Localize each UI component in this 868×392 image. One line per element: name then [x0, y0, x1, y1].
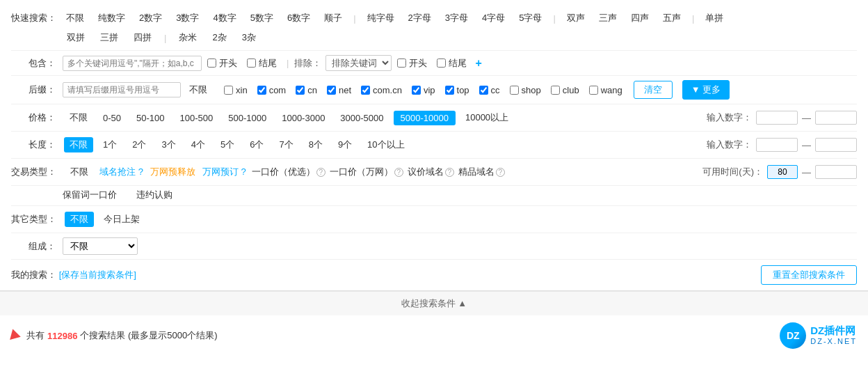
trans-fixed-youxuan[interactable]: 一口价（优选） ? [252, 166, 326, 178]
qs-si-sheng[interactable]: 四声 [625, 10, 654, 26]
length-2[interactable]: 2个 [127, 137, 152, 152]
suffix-cc-cb[interactable] [479, 86, 488, 95]
length-4[interactable]: 4个 [186, 137, 211, 152]
contains-end-checkbox[interactable] [247, 58, 256, 68]
length-9[interactable]: 9个 [332, 137, 357, 152]
price-min-input[interactable] [756, 111, 798, 125]
suffix-com-cn-cb[interactable] [361, 86, 370, 95]
suffix-net-cb[interactable] [327, 86, 336, 95]
qs-shuang-sheng[interactable]: 双声 [561, 10, 590, 26]
suffix-cn[interactable]: cn [296, 85, 317, 95]
contains-input[interactable] [63, 56, 202, 71]
suffix-top[interactable]: top [445, 85, 469, 95]
qs-5letter[interactable]: 5字母 [513, 10, 547, 26]
price-3000-5000[interactable]: 3000-5000 [335, 111, 389, 125]
price-1000-3000[interactable]: 1000-3000 [276, 111, 330, 125]
suffix-xin[interactable]: xin [224, 85, 248, 95]
collapse-button[interactable]: 收起搜索条件 ▲ [401, 297, 467, 310]
suffix-xin-cb[interactable] [224, 86, 233, 95]
trans-domain-grab[interactable]: 域名抢注 ? [99, 166, 143, 178]
suffix-com-cn[interactable]: com.cn [361, 85, 402, 95]
suffix-more-button[interactable]: ▼ 更多 [682, 80, 730, 100]
time-max-input[interactable] [815, 165, 857, 179]
suffix-cn-cb[interactable] [296, 86, 305, 95]
qs-san-sheng[interactable]: 三声 [593, 10, 622, 26]
qs-shuang-pin[interactable]: 双拼 [61, 30, 90, 45]
qs-4letter[interactable]: 4字母 [476, 10, 511, 26]
price-10000plus[interactable]: 10000以上 [460, 110, 514, 125]
other-today[interactable]: 今日上架 [98, 212, 145, 227]
suffix-top-cb[interactable] [445, 86, 454, 95]
qs-2letter[interactable]: 2字母 [403, 10, 437, 26]
length-8[interactable]: 8个 [303, 137, 328, 152]
negotiable-help-icon[interactable]: ? [445, 168, 454, 177]
qs-san-pin[interactable]: 三拼 [95, 30, 124, 45]
qs-za-mi[interactable]: 杂米 [173, 30, 202, 45]
length-min-input[interactable] [756, 138, 798, 152]
add-exclude-button[interactable]: + [475, 57, 481, 70]
exclude-start-check[interactable]: 开头 [397, 57, 427, 70]
other-unlimited[interactable]: 不限 [65, 212, 94, 227]
suffix-vip[interactable]: vip [412, 85, 435, 95]
trans-wanwang-release[interactable]: 万网预释放 [150, 166, 195, 178]
domain-grab-help-icon[interactable]: ? [138, 166, 143, 177]
trans-reserved-fixed[interactable]: 保留词一口价 [63, 189, 117, 201]
exclude-start-checkbox[interactable] [397, 58, 406, 68]
suffix-cc[interactable]: cc [479, 85, 500, 95]
exclude-select[interactable]: 排除关键词 [326, 55, 392, 71]
length-unlimited[interactable]: 不限 [64, 137, 93, 152]
trans-negotiable[interactable]: 议价域名 ? [408, 166, 454, 178]
length-1[interactable]: 1个 [97, 137, 122, 152]
suffix-club-cb[interactable] [551, 86, 560, 95]
fixed-wanwang-help-icon[interactable]: ? [394, 168, 403, 177]
contains-start-check[interactable]: 开头 [207, 57, 237, 70]
price-100-500[interactable]: 100-500 [175, 111, 219, 125]
price-5000-10000[interactable]: 5000-10000 [394, 111, 456, 125]
contains-end-check[interactable]: 结尾 [247, 57, 277, 70]
wanwang-preorder-help-icon[interactable]: ? [241, 166, 246, 177]
qs-2digit[interactable]: 2数字 [134, 10, 168, 26]
qs-unlimited[interactable]: 不限 [61, 10, 90, 26]
qs-si-pin[interactable]: 四拼 [128, 30, 157, 45]
suffix-club[interactable]: club [551, 85, 579, 95]
suffix-com-cb[interactable] [257, 86, 266, 95]
length-10plus[interactable]: 10个以上 [362, 137, 410, 152]
premium-help-icon[interactable]: ? [496, 168, 505, 177]
exclude-end-check[interactable]: 结尾 [437, 57, 467, 70]
suffix-shop-cb[interactable] [510, 86, 519, 95]
time-min-input[interactable]: 80 [767, 165, 798, 179]
qs-3za[interactable]: 3杂 [236, 30, 262, 45]
price-max-input[interactable] [815, 111, 857, 125]
length-7[interactable]: 7个 [273, 137, 298, 152]
qs-6digit[interactable]: 6数字 [282, 10, 316, 26]
qs-3letter[interactable]: 3字母 [440, 10, 474, 26]
contains-start-checkbox[interactable] [207, 58, 216, 68]
qs-5digit[interactable]: 5数字 [245, 10, 279, 26]
trans-premium[interactable]: 精品域名 ? [458, 166, 505, 178]
reset-all-button[interactable]: 重置全部搜索条件 [761, 265, 857, 285]
suffix-unlimited[interactable]: 不限 [184, 82, 213, 97]
length-max-input[interactable] [815, 138, 857, 152]
length-6[interactable]: 6个 [244, 137, 269, 152]
suffix-shop[interactable]: shop [510, 85, 541, 95]
length-5[interactable]: 5个 [215, 137, 240, 152]
suffix-com[interactable]: com [257, 85, 287, 95]
fixed-youxuan-help-icon[interactable]: ? [316, 168, 326, 177]
length-3[interactable]: 3个 [156, 137, 181, 152]
save-search-link[interactable]: [保存当前搜索条件] [59, 269, 136, 280]
price-unlimited[interactable]: 不限 [64, 110, 93, 125]
suffix-wang-cb[interactable] [589, 86, 598, 95]
suffix-vip-cb[interactable] [412, 86, 421, 95]
trans-fixed-wanwang[interactable]: 一口价（万网） ? [330, 166, 403, 178]
price-0-50[interactable]: 0-50 [97, 111, 127, 125]
qs-4digit[interactable]: 4数字 [207, 10, 241, 26]
composition-select[interactable]: 不限 纯数字 纯字母 数字+字母 中文 [63, 237, 138, 255]
qs-wu-sheng[interactable]: 五声 [657, 10, 686, 26]
qs-dan-pin[interactable]: 单拼 [700, 10, 729, 26]
exclude-end-checkbox[interactable] [437, 58, 446, 68]
qs-pure-digit[interactable]: 纯数字 [93, 10, 131, 26]
qs-pure-letter[interactable]: 纯字母 [362, 10, 400, 26]
price-500-1000[interactable]: 500-1000 [223, 111, 272, 125]
trans-violation-preorder[interactable]: 违约认购 [136, 189, 172, 201]
qs-shunzi[interactable]: 顺子 [319, 10, 348, 26]
